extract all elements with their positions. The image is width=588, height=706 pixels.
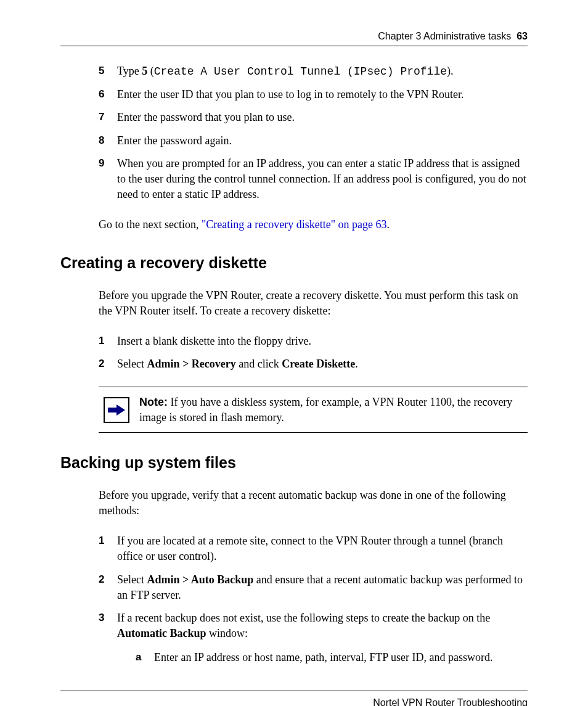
- section-recovery-content: Before you upgrade the VPN Router, creat…: [99, 288, 528, 433]
- step-text: Enter the password that you plan to use.: [117, 110, 528, 125]
- steps-continued: 5 Type 5 (Create A User Control Tunnel (…: [99, 64, 528, 202]
- steps-recovery: 1 Insert a blank diskette into the flopp…: [99, 334, 528, 372]
- section-intro: Before you upgrade, verify that a recent…: [99, 488, 528, 519]
- step-9: 9 When you are prompted for an IP addres…: [99, 156, 528, 203]
- body-content: 5 Type 5 (Create A User Control Tunnel (…: [99, 64, 528, 233]
- footer-rule: [60, 691, 528, 691]
- step-text: If you are located at a remote site, con…: [117, 533, 528, 564]
- step-number: 2: [99, 572, 117, 587]
- step-text: Enter the password again.: [117, 133, 528, 149]
- section-heading-backup: Backing up system files: [60, 454, 528, 472]
- step-number: 6: [99, 87, 117, 102]
- step-3: 3 If a recent backup does not exist, use…: [99, 610, 528, 672]
- page-number: 63: [517, 31, 528, 41]
- step-number: 3: [99, 610, 117, 625]
- substep-a: a Enter an IP address or host name, path…: [136, 650, 528, 665]
- section-intro: Before you upgrade the VPN Router, creat…: [99, 288, 528, 319]
- code-snippet: Create A User Control Tunnel (IPsec) Pro…: [154, 65, 447, 78]
- step-8: 8 Enter the password again.: [99, 133, 528, 149]
- step-1: 1 If you are located at a remote site, c…: [99, 533, 528, 564]
- step-number: 1: [99, 334, 117, 348]
- page: Chapter 3 Administrative tasks 63 5 Type…: [0, 0, 588, 706]
- step-6: 6 Enter the user ID that you plan to use…: [99, 87, 528, 102]
- chapter-label: Chapter 3 Administrative tasks: [378, 31, 511, 41]
- step-text: Select Admin > Recovery and click Create…: [117, 356, 528, 372]
- step-number: 5: [99, 64, 117, 78]
- steps-backup: 1 If you are located at a remote site, c…: [99, 533, 528, 671]
- substeps: a Enter an IP address or host name, path…: [136, 650, 528, 665]
- step-number: 2: [99, 356, 117, 371]
- section-backup-content: Before you upgrade, verify that a recent…: [99, 488, 528, 672]
- step-2: 2 Select Admin > Auto Backup and ensure …: [99, 572, 528, 603]
- step-text: Enter the user ID that you plan to use t…: [117, 87, 528, 102]
- arrow-icon: [104, 397, 129, 423]
- step-text: Insert a blank diskette into the floppy …: [117, 334, 528, 349]
- step-text: Select Admin > Auto Backup and ensure th…: [117, 572, 528, 603]
- step-number: 9: [99, 156, 117, 171]
- header-rule: [60, 46, 528, 46]
- step-7: 7 Enter the password that you plan to us…: [99, 110, 528, 125]
- section-heading-recovery: Creating a recovery diskette: [60, 254, 528, 272]
- page-header: Chapter 3 Administrative tasks 63: [60, 31, 528, 42]
- step-5: 5 Type 5 (Create A User Control Tunnel (…: [99, 64, 528, 80]
- goto-paragraph: Go to the next section, "Creating a reco…: [99, 217, 528, 232]
- substep-letter: a: [136, 650, 154, 665]
- step-2: 2 Select Admin > Recovery and click Crea…: [99, 356, 528, 372]
- substep-text: Enter an IP address or host name, path, …: [154, 650, 528, 665]
- step-1: 1 Insert a blank diskette into the flopp…: [99, 334, 528, 349]
- note-callout: Note: If you have a diskless system, for…: [99, 387, 528, 433]
- step-text: If a recent backup does not exist, use t…: [117, 610, 528, 672]
- page-footer: Nortel VPN Router Troubleshooting: [60, 697, 528, 706]
- step-number: 8: [99, 133, 117, 148]
- xref-link[interactable]: "Creating a recovery diskette" on page 6…: [202, 218, 387, 231]
- step-number: 7: [99, 110, 117, 125]
- note-text: Note: If you have a diskless system, for…: [139, 395, 525, 425]
- step-text: Type 5 (Create A User Control Tunnel (IP…: [117, 64, 528, 80]
- step-text: When you are prompted for an IP address,…: [117, 156, 528, 203]
- svg-marker-0: [108, 404, 125, 416]
- step-number: 1: [99, 533, 117, 548]
